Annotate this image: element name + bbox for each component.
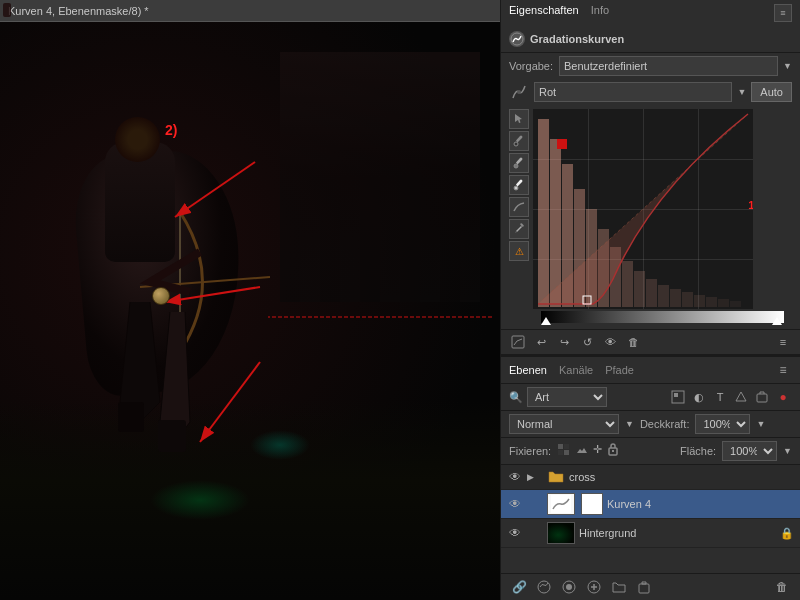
filter-icon-shape[interactable] — [732, 388, 750, 406]
add-style-btn[interactable] — [534, 577, 554, 597]
delete-layer-btn[interactable]: 🗑 — [772, 577, 792, 597]
svg-point-11 — [514, 142, 518, 146]
svg-rect-36 — [674, 393, 678, 397]
fill-select[interactable]: 100% — [722, 441, 777, 461]
vorgabe-select[interactable]: Benutzerdefiniert — [559, 56, 778, 76]
auto-button[interactable]: Auto — [751, 82, 792, 102]
svg-rect-22 — [622, 261, 633, 307]
slider-row — [533, 309, 792, 325]
layer-item-hintergrund[interactable]: 👁 Hintergrund 🔒 — [501, 519, 800, 548]
channel-tools-icon[interactable] — [509, 82, 529, 102]
tab-info[interactable]: Info — [591, 4, 609, 22]
tool-eyedropper-midtone[interactable] — [509, 153, 529, 173]
curves-visibility-icon[interactable]: 👁 — [601, 333, 619, 351]
tool-curve-smooth[interactable] — [509, 197, 529, 217]
curves-redo-icon[interactable]: ↪ — [555, 333, 573, 351]
add-adjustment-btn[interactable] — [584, 577, 604, 597]
opacity-dropdown-arrow: ▼ — [756, 419, 765, 429]
fill-label: Fläche: — [680, 445, 716, 457]
svg-rect-30 — [718, 299, 729, 307]
curves-title: Gradationskurven — [530, 33, 624, 45]
layer-lock-hintergrund: 🔒 — [780, 527, 794, 540]
tab-eigenschaften[interactable]: Eigenschaften — [509, 4, 579, 22]
tool-pointer[interactable] — [509, 109, 529, 129]
curves-canvas-wrapper[interactable]: 1) — [533, 109, 792, 325]
tool-eyedropper-highlight[interactable] — [509, 175, 529, 195]
group-arrow-icon: ▶ — [527, 472, 534, 482]
svg-rect-42 — [564, 444, 569, 449]
green-glow — [150, 480, 250, 520]
curves-reset-icon[interactable]: ↺ — [578, 333, 596, 351]
lock-icons: ✛ — [557, 443, 620, 459]
svg-rect-38 — [757, 394, 767, 402]
lock-image-icon[interactable] — [575, 443, 589, 459]
filter-icon-smartobject[interactable] — [753, 388, 771, 406]
vorgabe-dropdown-arrow: ▼ — [783, 61, 792, 71]
svg-rect-44 — [612, 450, 614, 452]
filter-type-select[interactable]: Art — [527, 387, 607, 407]
svg-rect-15 — [538, 119, 549, 307]
tool-pencil[interactable] — [509, 219, 529, 239]
filter-icon-adjustment[interactable]: ◐ — [690, 388, 708, 406]
layer-item-group-cross[interactable]: 👁 ▶ cross — [501, 465, 800, 490]
svg-rect-50 — [639, 584, 649, 593]
add-mask-btn[interactable] — [559, 577, 579, 597]
svg-rect-16 — [550, 139, 561, 307]
blend-mode-select[interactable]: Normal — [509, 414, 619, 434]
properties-panel: Eigenschaften Info ≡ Gradationskurven — [501, 0, 800, 357]
vorgabe-label: Vorgabe: — [509, 60, 554, 72]
lock-artboard-icon[interactable] — [606, 443, 620, 459]
group-folder-icon — [547, 468, 565, 486]
panel-options-btn[interactable]: ≡ — [774, 4, 792, 22]
canvas-tab[interactable]: Kurven 4, Ebenenmaske/8) * — [0, 0, 500, 22]
svg-rect-40 — [564, 450, 569, 455]
curves-options-icon[interactable]: ≡ — [774, 333, 792, 351]
opacity-label: Deckkraft: — [640, 418, 690, 430]
curves-presets-icon[interactable] — [509, 333, 527, 351]
blend-mode-row: Normal ▼ Deckkraft: 100% ▼ — [501, 411, 800, 438]
svg-rect-39 — [558, 444, 563, 449]
layer-thumbnail-hintergrund — [547, 522, 575, 544]
slider-thumb-right[interactable] — [772, 317, 782, 325]
vorgabe-row: Vorgabe: Benutzerdefiniert ▼ — [501, 53, 800, 79]
lock-transparent-icon[interactable] — [557, 443, 571, 459]
input-point-marker — [557, 139, 567, 149]
layer-visibility-hintergrund[interactable]: 👁 — [507, 525, 523, 541]
lock-position-icon[interactable]: ✛ — [593, 443, 602, 459]
fixieren-label: Fixieren: — [509, 445, 551, 457]
svg-point-10 — [517, 90, 521, 94]
curves-adjustment-icon — [509, 31, 525, 47]
tool-warning[interactable]: ⚠ — [509, 241, 529, 261]
filter-icon-text[interactable]: T — [711, 388, 729, 406]
tab-kanaele[interactable]: Kanäle — [559, 364, 593, 376]
layer-visibility-kurven4[interactable]: 👁 — [507, 496, 523, 512]
canvas-tab-title: Kurven 4, Ebenenmaske/8) * — [8, 5, 149, 17]
tab-ebenen[interactable]: Ebenen — [509, 364, 547, 376]
panel-header-icons: ≡ — [774, 4, 792, 22]
new-group-btn[interactable] — [609, 577, 629, 597]
curves-delete-icon[interactable]: 🗑 — [624, 333, 642, 351]
layers-options-btn[interactable]: ≡ — [774, 361, 792, 379]
opacity-select[interactable]: 100% — [695, 414, 750, 434]
layer-item-kurven4[interactable]: 👁 Kurven 4 — [501, 490, 800, 519]
app-container: Kurven 4, Ebenenmaske/8) * — [0, 0, 800, 600]
fill-dropdown-arrow: ▼ — [783, 446, 792, 456]
output-slider[interactable] — [541, 311, 784, 323]
slider-thumb-left[interactable] — [541, 317, 551, 325]
channel-select[interactable]: Rot — [534, 82, 732, 102]
layer-visibility-cross[interactable]: 👁 — [507, 469, 523, 485]
svg-rect-28 — [694, 295, 705, 307]
canvas-image[interactable]: 2) — [0, 22, 500, 600]
curves-undo-icon[interactable]: ↩ — [532, 333, 550, 351]
tool-eyedropper-shadow[interactable] — [509, 131, 529, 151]
link-layers-btn[interactable]: 🔗 — [509, 577, 529, 597]
tab-pfade[interactable]: Pfade — [605, 364, 634, 376]
filter-icon-red[interactable]: ● — [774, 388, 792, 406]
ground-area — [0, 400, 500, 600]
new-layer-btn[interactable] — [634, 577, 654, 597]
layer-name-cross: cross — [569, 471, 794, 483]
group-expand-arrow[interactable]: ▶ — [527, 472, 543, 482]
svg-rect-27 — [682, 292, 693, 307]
filter-icon-pixel[interactable] — [669, 388, 687, 406]
ruins-background — [280, 52, 480, 302]
